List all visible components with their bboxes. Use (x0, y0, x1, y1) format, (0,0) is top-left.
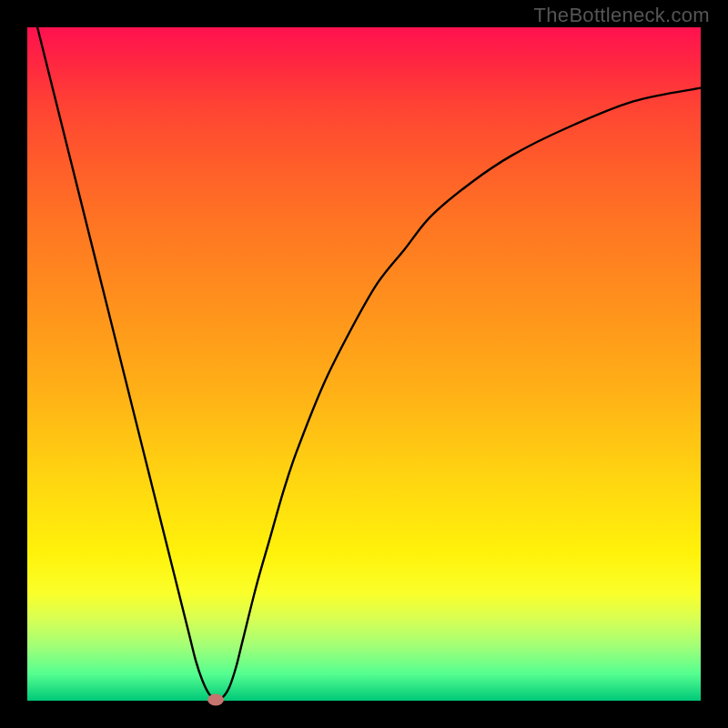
curve-path (27, 0, 701, 700)
watermark-text: TheBottleneck.com (534, 4, 710, 27)
plot-area (27, 27, 701, 701)
chart-frame: TheBottleneck.com (0, 0, 728, 728)
bottleneck-curve (27, 27, 701, 701)
minimum-marker (207, 693, 224, 705)
